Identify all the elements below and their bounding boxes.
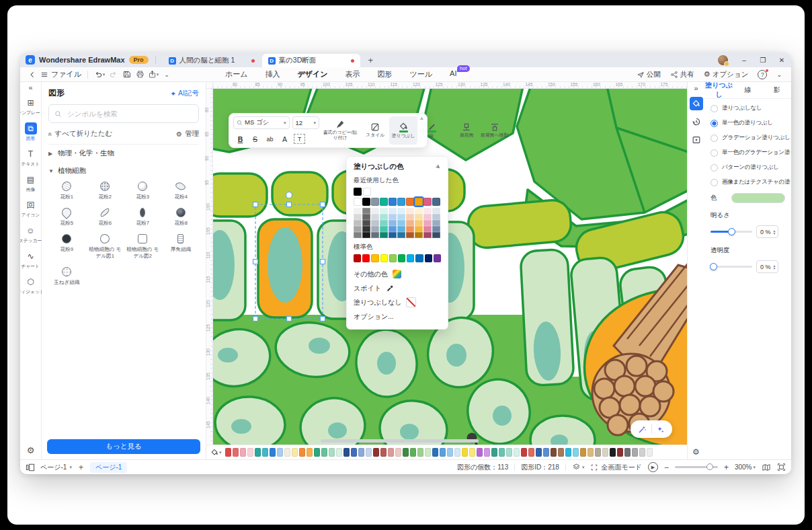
page-list-icon[interactable]: [26, 463, 35, 471]
theme-tint-swatch[interactable]: [354, 220, 362, 226]
spinner-arrows-icon[interactable]: ▲▼: [773, 264, 776, 270]
menu-挿入[interactable]: 挿入: [257, 68, 289, 81]
theme-tint-swatch[interactable]: [423, 226, 432, 232]
quick-color-chip[interactable]: [366, 448, 372, 457]
section-physics-chem-bio[interactable]: ▶物理・化学・生物: [48, 145, 199, 162]
symbol-花粉5[interactable]: 花粉5: [48, 207, 85, 227]
history-icon[interactable]: [690, 115, 703, 128]
theme-tint-swatch[interactable]: [389, 220, 397, 226]
theme-color-swatch[interactable]: [423, 198, 432, 206]
theme-tint-swatch[interactable]: [432, 220, 440, 226]
quick-color-chip[interactable]: [314, 448, 320, 457]
theme-tint-swatch[interactable]: [354, 208, 362, 214]
manage-button[interactable]: ⚙管理: [176, 129, 199, 139]
fill-option-1[interactable]: 単一色の塗りつぶし: [710, 119, 785, 127]
theme-tint-swatch[interactable]: [415, 232, 423, 238]
zoom-level[interactable]: 300%▾: [735, 463, 756, 471]
quick-color-chip[interactable]: [521, 448, 527, 457]
spinner-arrows-icon[interactable]: ▲▼: [773, 229, 776, 235]
standard-color-swatch[interactable]: [425, 254, 432, 262]
zoom-slider[interactable]: [675, 466, 718, 468]
menu-ホーム[interactable]: ホーム: [216, 68, 257, 81]
theme-tint-swatch[interactable]: [389, 232, 397, 238]
symbol-玉ねぎ組織[interactable]: 玉ねぎ組織: [48, 266, 85, 286]
theme-tint-swatch[interactable]: [371, 232, 379, 238]
font-size-select[interactable]: 12▾: [292, 116, 319, 129]
collapse-all-button[interactable]: «すべて折りたたむ: [48, 129, 112, 139]
quick-color-chip[interactable]: [447, 448, 453, 457]
page-tab[interactable]: ページ-1: [90, 462, 127, 473]
fill-option-5[interactable]: 画像またはテクスチャの塗りつぶし: [710, 178, 785, 186]
symbol-植物細胞の モデル図1[interactable]: 植物細胞の モデル図1: [87, 233, 124, 260]
settings-gear-icon[interactable]: ⚙: [27, 445, 35, 455]
standard-color-swatch[interactable]: [380, 254, 388, 262]
theme-color-swatch[interactable]: [406, 198, 414, 206]
theme-tint-swatch[interactable]: [380, 226, 388, 232]
share-button[interactable]: 共有: [666, 69, 698, 81]
font-family-select[interactable]: MS ゴシ▾: [233, 116, 290, 129]
quick-color-chip[interactable]: [565, 448, 571, 457]
quick-color-chip[interactable]: [528, 448, 534, 457]
text-format-button-B[interactable]: B: [233, 133, 247, 145]
symbol-花粉4[interactable]: 花粉4: [163, 181, 200, 200]
zoom-in-button[interactable]: +: [724, 463, 729, 472]
quick-color-chip[interactable]: [551, 448, 557, 457]
menu-AI[interactable]: AIhot: [441, 68, 465, 81]
quick-color-chip[interactable]: [262, 448, 268, 457]
quick-color-chip[interactable]: [255, 448, 261, 457]
theme-tint-swatch[interactable]: [380, 232, 388, 238]
text-format-button-ab[interactable]: ab: [263, 133, 277, 145]
text-format-button-S[interactable]: S: [248, 133, 262, 145]
quick-color-chip[interactable]: [506, 448, 512, 457]
standard-color-swatch[interactable]: [434, 254, 441, 262]
theme-tint-swatch[interactable]: [389, 214, 397, 220]
play-icon[interactable]: ▶: [648, 462, 658, 472]
minimize-button[interactable]: –: [735, 52, 754, 67]
theme-tint-swatch[interactable]: [415, 214, 423, 220]
quick-color-chip[interactable]: [351, 448, 357, 457]
quick-color-chip[interactable]: [558, 448, 564, 457]
quick-color-chip[interactable]: [247, 448, 253, 457]
quick-color-chip[interactable]: [602, 448, 608, 457]
theme-tint-swatch[interactable]: [354, 214, 362, 220]
quick-color-chip[interactable]: [358, 448, 364, 457]
document-tab[interactable]: D人間の脳と細胞 1: [163, 54, 261, 67]
theme-color-swatch[interactable]: [362, 198, 370, 206]
quick-color-chip[interactable]: [417, 448, 423, 457]
send-to-back-button[interactable]: 最背面へ移動: [481, 116, 509, 145]
quick-color-chip[interactable]: [624, 448, 631, 457]
theme-color-swatch[interactable]: [397, 198, 405, 206]
sidebar-item-テキスト[interactable]: Tテキスト: [21, 148, 41, 167]
undo-button[interactable]: ▾: [93, 69, 106, 81]
standard-color-swatch[interactable]: [398, 254, 405, 262]
theme-tint-swatch[interactable]: [362, 214, 370, 220]
theme-color-swatch[interactable]: [389, 198, 397, 206]
quick-color-chip[interactable]: [543, 448, 549, 457]
rotate-handle[interactable]: [286, 192, 292, 198]
symbol-花粉3[interactable]: 花粉3: [124, 181, 161, 200]
quick-color-chip[interactable]: [410, 448, 416, 457]
quick-color-chip[interactable]: [440, 448, 446, 457]
quick-color-chip[interactable]: [484, 448, 490, 457]
theme-tint-swatch[interactable]: [415, 226, 423, 232]
quick-color-chip[interactable]: [277, 448, 283, 457]
quick-color-chip[interactable]: [373, 448, 379, 457]
theme-tint-swatch[interactable]: [397, 208, 405, 214]
fill-option-2[interactable]: グラデーション塗りつぶし: [710, 134, 785, 142]
fit-to-screen-icon[interactable]: [777, 463, 786, 471]
theme-tint-swatch[interactable]: [362, 232, 370, 238]
theme-tint-swatch[interactable]: [432, 208, 440, 214]
theme-tint-swatch[interactable]: [380, 220, 388, 226]
collapse-panel-button[interactable]: »: [694, 84, 698, 92]
symbol-花粉6[interactable]: 花粉6: [87, 207, 124, 227]
opacity-spinner[interactable]: 0 %▲▼: [756, 260, 778, 273]
opacity-slider[interactable]: [710, 266, 752, 268]
theme-tint-swatch[interactable]: [423, 208, 432, 214]
canvas-settings-gear-icon[interactable]: ⚙: [692, 447, 700, 457]
new-tab-button[interactable]: +: [362, 55, 380, 65]
theme-tint-swatch[interactable]: [423, 232, 432, 238]
theme-tint-swatch[interactable]: [362, 208, 370, 214]
theme-tint-swatch[interactable]: [397, 214, 405, 220]
maximize-button[interactable]: ❐: [754, 52, 772, 67]
sidebar-item-ウィジェット[interactable]: ⬡ウィジェット: [21, 276, 41, 295]
